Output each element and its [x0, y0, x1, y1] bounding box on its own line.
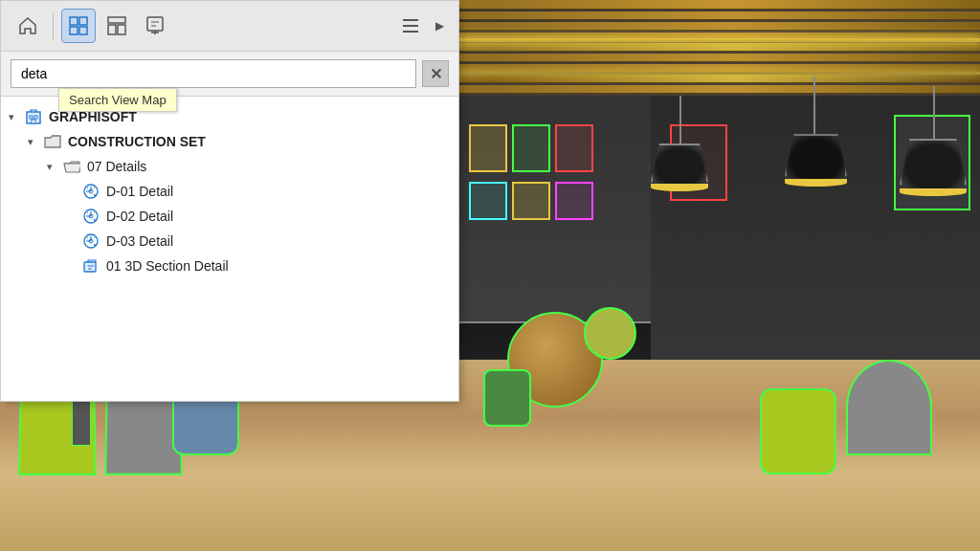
view-map-panel: ▶ ✕ Search View Map ▾ — [0, 0, 459, 402]
chevron-construction-set: ▾ — [28, 136, 43, 148]
chevron-graphisoft: ▾ — [9, 111, 24, 123]
tree-item-3d-section[interactable]: ▾ 01 3D Section Detail — [1, 253, 458, 278]
svg-rect-0 — [70, 17, 78, 25]
svg-rect-2 — [70, 27, 78, 34]
search-hint-tooltip: Search View Map — [58, 88, 177, 112]
svg-rect-18 — [84, 262, 96, 272]
tree-item-construction-set[interactable]: ▾ CONSTRUCTION SET — [1, 129, 458, 154]
search-input[interactable] — [11, 59, 416, 88]
tree-item-d02[interactable]: ▾ D-02 Detail — [1, 204, 458, 229]
svg-rect-10 — [34, 116, 37, 119]
toolbar: ▶ — [1, 1, 458, 52]
arrow-icon: ▶ — [435, 19, 444, 33]
building-icon — [24, 107, 43, 126]
detail-icon-d03 — [81, 231, 100, 251]
publisher-button[interactable] — [138, 9, 172, 43]
tree-label-construction-set: CONSTRUCTION SET — [68, 134, 206, 149]
svg-rect-5 — [108, 25, 116, 34]
search-input-wrapper — [11, 59, 416, 88]
search-bar: ✕ Search View Map — [1, 52, 458, 97]
tree-label-d01: D-01 Detail — [106, 184, 173, 199]
tree-item-d01[interactable]: ▾ D-01 Detail — [1, 179, 458, 204]
clear-search-button[interactable]: ✕ — [422, 60, 449, 87]
detail-icon-d01 — [81, 182, 100, 201]
home-button[interactable] — [11, 9, 45, 43]
folder-open-icon — [62, 157, 81, 176]
svg-rect-9 — [30, 116, 33, 119]
svg-rect-1 — [79, 17, 87, 25]
3d-section-icon — [81, 256, 100, 276]
views-button[interactable] — [61, 9, 96, 43]
toolbar-separator-1 — [53, 12, 54, 39]
menu-button[interactable] — [395, 11, 426, 41]
expand-arrow-button[interactable]: ▶ — [430, 11, 449, 41]
clear-icon: ✕ — [430, 65, 442, 83]
folder-icon — [43, 132, 62, 151]
svg-rect-11 — [32, 120, 35, 123]
tree-label-d03: D-03 Detail — [106, 233, 173, 249]
menu-icon — [403, 19, 418, 33]
svg-rect-7 — [147, 17, 163, 31]
detail-icon-d02 — [81, 207, 100, 226]
tree-label-d02: D-02 Detail — [106, 209, 173, 224]
tree-label-07-details: 07 Details — [87, 159, 146, 174]
svg-rect-4 — [108, 17, 125, 23]
tree-label-3d-section: 01 3D Section Detail — [106, 258, 229, 274]
tree-item-07-details[interactable]: ▾ 07 Details — [1, 154, 458, 179]
svg-rect-3 — [79, 27, 87, 34]
toolbar-right: ▶ — [395, 11, 449, 41]
svg-rect-6 — [118, 25, 125, 34]
tree-view[interactable]: ▾ GRAPHISOFT ▾ CONSTRUCTION SET — [1, 97, 458, 401]
layouts-button[interactable] — [100, 9, 134, 43]
chevron-07-details: ▾ — [47, 161, 62, 173]
tree-item-d03[interactable]: ▾ D-03 Detail — [1, 229, 458, 253]
